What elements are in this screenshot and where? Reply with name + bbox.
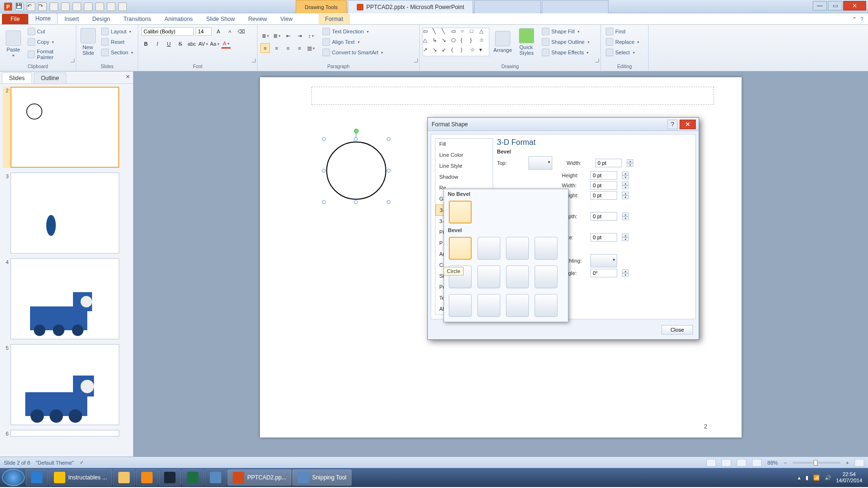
normal-view-icon[interactable] bbox=[706, 459, 716, 467]
spinner[interactable]: ▴▾ bbox=[622, 182, 629, 189]
quick-styles-button[interactable]: Quick Styles bbox=[516, 27, 537, 57]
dialog-launcher-icon[interactable] bbox=[252, 59, 256, 62]
resize-handle[interactable] bbox=[322, 137, 326, 141]
slide-thumb-5[interactable]: 5 bbox=[3, 344, 130, 425]
slide-thumb-6[interactable]: 6 bbox=[3, 430, 130, 437]
grow-font-icon[interactable]: A bbox=[214, 27, 223, 36]
bevel-preset-circle[interactable] bbox=[449, 237, 472, 260]
spellcheck-icon[interactable]: ✓ bbox=[80, 459, 84, 466]
maximize-button[interactable]: ▭ bbox=[828, 1, 842, 10]
layout-button[interactable]: Layout bbox=[99, 27, 135, 36]
shape-fill-button[interactable]: Shape Fill bbox=[540, 27, 591, 36]
slideshow-view-icon[interactable] bbox=[752, 459, 762, 467]
shape-outline-button[interactable]: Shape Outline bbox=[540, 37, 591, 47]
cat-shadow[interactable]: Shadow bbox=[435, 172, 493, 183]
lighting-select[interactable] bbox=[590, 254, 617, 267]
ribbon-minimize-icon[interactable]: ⌃ bbox=[852, 16, 857, 22]
dialog-close-button[interactable]: ✕ bbox=[680, 120, 696, 129]
cat-line-style[interactable]: Line Style bbox=[435, 161, 493, 172]
taskbar-powerpoint[interactable]: PPTCAD2.pp... bbox=[227, 469, 291, 486]
bevel-preset[interactable] bbox=[477, 237, 500, 260]
spinner[interactable]: ▴▾ bbox=[622, 269, 629, 277]
panel-close-icon[interactable]: ✕ bbox=[125, 73, 130, 80]
selected-circle-shape[interactable] bbox=[324, 139, 389, 202]
align-right-icon[interactable]: ≡ bbox=[283, 43, 293, 53]
close-button[interactable]: ✕ bbox=[843, 1, 866, 10]
spinner[interactable]: ▴▾ bbox=[622, 213, 629, 220]
new-slide-button[interactable]: New Slide bbox=[79, 27, 97, 57]
bevel-preset[interactable] bbox=[535, 265, 558, 288]
tab-design[interactable]: Design bbox=[85, 14, 116, 24]
tab-transitions[interactable]: Transitions bbox=[117, 14, 158, 24]
top-height-input[interactable] bbox=[590, 171, 617, 180]
title-placeholder[interactable] bbox=[311, 87, 714, 105]
spinner[interactable]: ▴▾ bbox=[622, 172, 629, 179]
cut-button[interactable]: Cut bbox=[26, 27, 73, 36]
resize-handle[interactable] bbox=[322, 200, 326, 204]
slide-thumb-4[interactable]: 4 bbox=[3, 258, 130, 339]
decrease-indent-icon[interactable]: ⇤ bbox=[283, 31, 293, 41]
bevel-preset[interactable] bbox=[506, 237, 529, 260]
paste-button[interactable]: Paste▾ bbox=[3, 30, 24, 59]
format-painter-button[interactable]: Format Painter bbox=[26, 48, 73, 61]
clear-format-icon[interactable]: ⌫ bbox=[237, 27, 246, 36]
qat-icon[interactable] bbox=[95, 2, 104, 11]
font-size-select[interactable] bbox=[196, 27, 212, 36]
save-icon[interactable]: 💾 bbox=[15, 2, 24, 11]
align-text-button[interactable]: Align Text bbox=[320, 37, 385, 47]
fit-to-window-icon[interactable] bbox=[855, 459, 864, 467]
shape-effects-button[interactable]: Shape Effects bbox=[540, 48, 591, 57]
resize-handle[interactable] bbox=[387, 169, 391, 173]
tab-slideshow[interactable]: Slide Show bbox=[199, 14, 241, 24]
wifi-icon[interactable]: 📶 bbox=[813, 475, 820, 481]
numbering-icon[interactable]: ≣ bbox=[272, 31, 281, 41]
align-left-icon[interactable]: ≡ bbox=[260, 43, 270, 53]
tab-view[interactable]: View bbox=[274, 14, 300, 24]
taskbar-excel[interactable] bbox=[182, 469, 204, 486]
qat-icon[interactable] bbox=[107, 2, 115, 11]
minimize-button[interactable]: — bbox=[813, 1, 827, 10]
slide-thumb-2[interactable]: 2 bbox=[3, 87, 130, 168]
select-button[interactable]: Select bbox=[604, 48, 645, 57]
close-button[interactable]: Close bbox=[661, 325, 693, 335]
resize-handle[interactable] bbox=[354, 200, 358, 204]
sorter-view-icon[interactable] bbox=[722, 459, 731, 467]
spinner[interactable]: ▴▾ bbox=[622, 234, 629, 241]
start-button[interactable] bbox=[2, 469, 25, 486]
cat-line-color[interactable]: Line Color bbox=[435, 150, 493, 161]
tab-outline[interactable]: Outline bbox=[34, 72, 66, 83]
tab-format[interactable]: Format bbox=[319, 14, 350, 24]
arrange-button[interactable]: Arrange bbox=[492, 30, 513, 54]
dialog-titlebar[interactable]: Format Shape ? ✕ bbox=[428, 118, 699, 131]
text-direction-button[interactable]: Text Direction bbox=[320, 27, 385, 36]
taskbar-media[interactable] bbox=[136, 469, 158, 486]
dialog-launcher-icon[interactable] bbox=[71, 59, 74, 62]
top-bevel-select[interactable] bbox=[528, 156, 552, 170]
browser-tab[interactable] bbox=[542, 0, 609, 13]
top-width-input[interactable] bbox=[595, 159, 622, 167]
italic-icon[interactable]: I bbox=[153, 39, 162, 49]
spinner[interactable]: ▴▾ bbox=[622, 192, 629, 199]
battery-icon[interactable]: ▮ bbox=[806, 475, 808, 481]
undo-icon[interactable]: ↶ bbox=[27, 2, 35, 11]
tab-slides[interactable]: Slides bbox=[2, 72, 32, 83]
underline-icon[interactable]: U bbox=[164, 39, 174, 49]
reset-button[interactable]: Reset bbox=[99, 37, 135, 47]
tray-chevron-icon[interactable]: ▴ bbox=[798, 475, 801, 481]
reading-view-icon[interactable] bbox=[737, 459, 746, 467]
taskbar-snipping-tool[interactable]: Snipping Tool bbox=[292, 469, 351, 486]
redo-icon[interactable]: ↷ bbox=[38, 2, 47, 11]
resize-handle[interactable] bbox=[322, 169, 326, 173]
dialog-help-button[interactable]: ? bbox=[667, 120, 678, 129]
increase-indent-icon[interactable]: ⇥ bbox=[295, 31, 304, 41]
qat-icon[interactable] bbox=[61, 2, 70, 11]
change-case-icon[interactable]: Aa bbox=[210, 39, 219, 49]
tab-file[interactable]: File bbox=[2, 14, 28, 24]
bevel-preset[interactable] bbox=[477, 265, 500, 288]
strikethrough-icon[interactable]: S bbox=[176, 39, 185, 49]
bold-icon[interactable]: B bbox=[141, 39, 151, 49]
align-center-icon[interactable]: ≡ bbox=[272, 43, 281, 53]
window-title-tab[interactable]: PPTCAD2.pptx - Microsoft PowerPoint bbox=[348, 0, 473, 13]
volume-icon[interactable]: 🔊 bbox=[825, 475, 831, 481]
zoom-slider[interactable] bbox=[793, 462, 840, 464]
